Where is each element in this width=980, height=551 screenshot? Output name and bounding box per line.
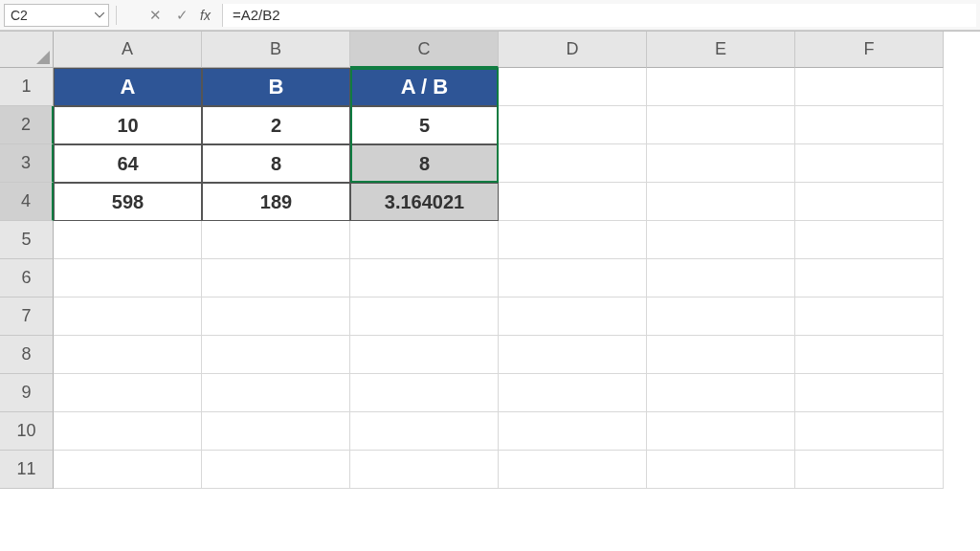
name-box-value: C2 xyxy=(11,8,28,23)
cell-C4[interactable]: 3.164021 xyxy=(350,183,499,221)
col-header-A[interactable]: A xyxy=(54,32,202,68)
row-header-6[interactable]: 6 xyxy=(0,259,54,298)
cell-D10[interactable] xyxy=(499,412,647,451)
cell-B3[interactable]: 8 xyxy=(202,144,350,183)
row-header-1[interactable]: 1 xyxy=(0,68,54,106)
cancel-formula-button[interactable]: ✕ xyxy=(143,4,167,27)
row-header-11[interactable]: 11 xyxy=(0,451,54,489)
cell-C7[interactable] xyxy=(350,298,499,336)
cell-D6[interactable] xyxy=(499,259,647,298)
cell-A2[interactable]: 10 xyxy=(54,106,202,144)
row-header-4[interactable]: 4 xyxy=(0,183,54,221)
select-all-corner[interactable] xyxy=(0,32,54,68)
cell-A8[interactable] xyxy=(54,336,202,374)
cell-B9[interactable] xyxy=(202,374,350,412)
cell-D2[interactable] xyxy=(499,106,647,144)
cell-F4[interactable] xyxy=(795,183,944,221)
cell-E11[interactable] xyxy=(647,451,795,489)
row-header-8[interactable]: 8 xyxy=(0,336,54,374)
cell-B10[interactable] xyxy=(202,412,350,451)
cell-F3[interactable] xyxy=(795,144,944,183)
cell-B1[interactable]: B xyxy=(202,68,350,106)
cell-E10[interactable] xyxy=(647,412,795,451)
cell-D4[interactable] xyxy=(499,183,647,221)
name-box-dropdown-icon[interactable] xyxy=(93,9,106,22)
cell-B6[interactable] xyxy=(202,259,350,298)
col-header-F[interactable]: F xyxy=(795,32,944,68)
formula-text: =A2/B2 xyxy=(233,7,280,23)
cell-D3[interactable] xyxy=(499,144,647,183)
cell-E8[interactable] xyxy=(647,336,795,374)
cell-B7[interactable] xyxy=(202,298,350,336)
cell-F1[interactable] xyxy=(795,68,944,106)
row-header-10[interactable]: 10 xyxy=(0,412,54,451)
cell-D8[interactable] xyxy=(499,336,647,374)
cell-A7[interactable] xyxy=(54,298,202,336)
cell-E5[interactable] xyxy=(647,221,795,259)
cell-A11[interactable] xyxy=(54,451,202,489)
row-header-2[interactable]: 2 xyxy=(0,106,54,144)
cell-B5[interactable] xyxy=(202,221,350,259)
cell-C5[interactable] xyxy=(350,221,499,259)
cell-A5[interactable] xyxy=(54,221,202,259)
cell-E4[interactable] xyxy=(647,183,795,221)
cell-A4[interactable]: 598 xyxy=(54,183,202,221)
cell-E6[interactable] xyxy=(647,259,795,298)
cell-D9[interactable] xyxy=(499,374,647,412)
cell-C8[interactable] xyxy=(350,336,499,374)
confirm-formula-button[interactable]: ✓ xyxy=(169,4,194,27)
cell-C3[interactable]: 8 xyxy=(350,144,499,183)
cell-E9[interactable] xyxy=(647,374,795,412)
formula-bar: C2 ✕ ✓ fx =A2/B2 xyxy=(0,0,980,31)
cell-C10[interactable] xyxy=(350,412,499,451)
cell-A10[interactable] xyxy=(54,412,202,451)
cell-E3[interactable] xyxy=(647,144,795,183)
col-header-D[interactable]: D xyxy=(499,32,647,68)
cell-E2[interactable] xyxy=(647,106,795,144)
cell-B4[interactable]: 189 xyxy=(202,183,350,221)
cell-A6[interactable] xyxy=(54,259,202,298)
row-header-3[interactable]: 3 xyxy=(0,144,54,183)
cell-F7[interactable] xyxy=(795,298,944,336)
cell-D11[interactable] xyxy=(499,451,647,489)
cell-F8[interactable] xyxy=(795,336,944,374)
col-header-B[interactable]: B xyxy=(202,32,350,68)
cell-E7[interactable] xyxy=(647,298,795,336)
cell-F6[interactable] xyxy=(795,259,944,298)
col-header-C[interactable]: C xyxy=(350,32,499,68)
cell-A3[interactable]: 64 xyxy=(54,144,202,183)
cell-B8[interactable] xyxy=(202,336,350,374)
cell-D1[interactable] xyxy=(499,68,647,106)
cell-A9[interactable] xyxy=(54,374,202,412)
cell-F5[interactable] xyxy=(795,221,944,259)
spreadsheet-grid: A B C D E F 1 A B A / B 2 10 2 5 3 64 8 … xyxy=(0,31,980,489)
cell-E1[interactable] xyxy=(647,68,795,106)
formula-controls: ✕ ✓ fx xyxy=(143,4,218,27)
cell-C9[interactable] xyxy=(350,374,499,412)
row-header-9[interactable]: 9 xyxy=(0,374,54,412)
cell-F2[interactable] xyxy=(795,106,944,144)
formula-input[interactable]: =A2/B2 xyxy=(222,4,976,27)
cell-B11[interactable] xyxy=(202,451,350,489)
name-box[interactable]: C2 xyxy=(4,4,109,27)
cell-D7[interactable] xyxy=(499,298,647,336)
cell-F9[interactable] xyxy=(795,374,944,412)
cell-C2[interactable]: 5 xyxy=(350,106,499,144)
cell-D5[interactable] xyxy=(499,221,647,259)
col-header-E[interactable]: E xyxy=(647,32,795,68)
row-header-7[interactable]: 7 xyxy=(0,298,54,336)
row-header-5[interactable]: 5 xyxy=(0,221,54,259)
fx-button[interactable]: fx xyxy=(200,8,211,23)
cell-F10[interactable] xyxy=(795,412,944,451)
cell-B2[interactable]: 2 xyxy=(202,106,350,144)
divider xyxy=(116,6,117,25)
cell-F11[interactable] xyxy=(795,451,944,489)
cell-A1[interactable]: A xyxy=(54,68,202,106)
cell-C1[interactable]: A / B xyxy=(350,68,499,106)
cell-C11[interactable] xyxy=(350,451,499,489)
cell-C6[interactable] xyxy=(350,259,499,298)
